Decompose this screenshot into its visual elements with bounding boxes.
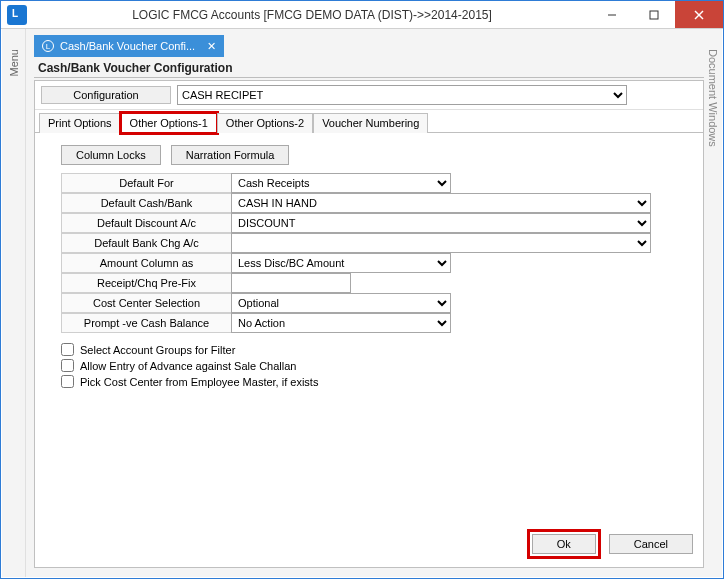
check-advance-entry-box[interactable]: [61, 359, 74, 372]
cost-center-label: Cost Center Selection: [61, 293, 231, 313]
neg-cash-label: Prompt -ve Cash Balance: [61, 313, 231, 333]
default-cash-bank-label: Default Cash/Bank: [61, 193, 231, 213]
doc-tab-close-icon[interactable]: ✕: [207, 40, 216, 53]
ok-highlight: Ok: [527, 529, 601, 559]
page-title: Cash/Bank Voucher Configuration: [34, 57, 704, 78]
configuration-select[interactable]: CASH RECIPET: [177, 85, 627, 105]
receipt-prefix-label: Receipt/Chq Pre-Fix: [61, 273, 231, 293]
ok-button[interactable]: Ok: [532, 534, 596, 554]
tab-voucher-numbering[interactable]: Voucher Numbering: [313, 113, 428, 133]
minimize-button[interactable]: [591, 1, 633, 28]
menu-rail[interactable]: Menu: [2, 29, 26, 577]
document-tab[interactable]: L Cash/Bank Voucher Confi... ✕: [34, 35, 224, 57]
cost-center-select[interactable]: Optional: [231, 293, 451, 313]
document-windows-rail[interactable]: Document Windows: [704, 29, 722, 577]
default-discount-select[interactable]: DISCOUNT: [231, 213, 651, 233]
configuration-label: Configuration: [41, 86, 171, 104]
cancel-button[interactable]: Cancel: [609, 534, 693, 554]
default-bank-chg-select[interactable]: [231, 233, 651, 253]
amount-column-label: Amount Column as: [61, 253, 231, 273]
receipt-prefix-input[interactable]: [231, 273, 351, 293]
column-locks-button[interactable]: Column Locks: [61, 145, 161, 165]
tab-print-options[interactable]: Print Options: [39, 113, 121, 133]
close-button[interactable]: [675, 1, 723, 28]
default-bank-chg-label: Default Bank Chg A/c: [61, 233, 231, 253]
tab-other-options-2[interactable]: Other Options-2: [217, 113, 313, 133]
narration-formula-button[interactable]: Narration Formula: [171, 145, 290, 165]
check-cost-center-employee[interactable]: Pick Cost Center from Employee Master, i…: [61, 375, 691, 388]
doc-tab-label: Cash/Bank Voucher Confi...: [60, 40, 195, 52]
svg-rect-1: [650, 11, 658, 19]
check-account-groups[interactable]: Select Account Groups for Filter: [61, 343, 691, 356]
check-cost-center-employee-box[interactable]: [61, 375, 74, 388]
window-title: LOGIC FMCG Accounts [FMCG DEMO DATA (DIS…: [33, 8, 591, 22]
maximize-button[interactable]: [633, 1, 675, 28]
default-for-select[interactable]: Cash Receipts: [231, 173, 451, 193]
default-cash-bank-select[interactable]: CASH IN HAND: [231, 193, 651, 213]
default-discount-label: Default Discount A/c: [61, 213, 231, 233]
app-icon: [7, 5, 27, 25]
amount-column-select[interactable]: Less Disc/BC Amount: [231, 253, 451, 273]
check-advance-entry[interactable]: Allow Entry of Advance against Sale Chal…: [61, 359, 691, 372]
neg-cash-select[interactable]: No Action: [231, 313, 451, 333]
check-account-groups-box[interactable]: [61, 343, 74, 356]
doc-tab-icon: L: [42, 40, 54, 52]
tab-other-options-1[interactable]: Other Options-1: [121, 113, 217, 133]
default-for-label: Default For: [61, 173, 231, 193]
